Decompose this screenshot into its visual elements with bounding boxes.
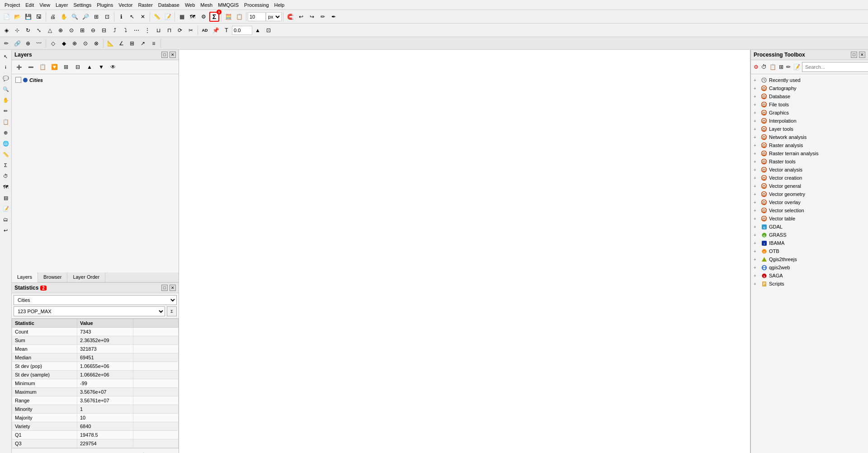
measure-btn[interactable]: 📏 xyxy=(152,12,162,22)
tab-browser[interactable]: Browser xyxy=(38,272,67,282)
pan-btn[interactable]: ✋ xyxy=(59,12,69,22)
label-btn[interactable]: T xyxy=(222,25,231,35)
proc-tree-item[interactable]: +QInterpolation xyxy=(752,117,867,125)
angle-btn[interactable]: ∠ xyxy=(116,38,126,48)
trim-btn[interactable]: ✂ xyxy=(186,25,196,35)
proc-expand-icon[interactable]: + xyxy=(754,127,759,132)
menu-plugins[interactable]: Plugins xyxy=(94,1,116,9)
proc-tree-item[interactable]: +Qgis2threejs xyxy=(752,255,867,263)
zoom-icon[interactable]: 🔍 xyxy=(1,84,11,94)
browser-icon[interactable]: 🗂 xyxy=(1,215,11,224)
proc-expand-icon[interactable]: + xyxy=(754,192,759,197)
reshape-btn[interactable]: ⤴ xyxy=(110,25,120,35)
layer-collapse-btn[interactable]: ⊟ xyxy=(73,62,83,72)
proc-tree-item[interactable]: +Scripts xyxy=(752,280,867,288)
ad-btn[interactable]: AD xyxy=(200,25,210,35)
measure-icon[interactable]: 📏 xyxy=(1,149,11,159)
redo-btn[interactable]: ↪ xyxy=(307,12,317,22)
proc-expand-icon[interactable]: + xyxy=(754,110,759,115)
proc-history-btn[interactable]: ⏱ xyxy=(761,62,767,72)
simplify-btn[interactable]: △ xyxy=(45,25,55,35)
rotate-symbol-btn[interactable]: ⟳ xyxy=(175,25,185,35)
undo-icon[interactable]: ↩ xyxy=(1,225,11,235)
proc-tree-item[interactable]: +QCartography xyxy=(752,84,867,92)
menu-view[interactable]: View xyxy=(37,1,53,9)
proc-expand-icon[interactable]: + xyxy=(754,208,759,213)
proc-expand-icon[interactable]: + xyxy=(754,143,759,148)
midpoint-btn[interactable]: ⊕ xyxy=(70,38,80,48)
proc-expand-icon[interactable]: + xyxy=(754,135,759,140)
digitize-btn[interactable]: ✒ xyxy=(329,12,339,22)
proc-expand-icon[interactable]: + xyxy=(754,249,759,254)
proc-tree-item[interactable]: +QVector table xyxy=(752,215,867,223)
stats-table-wrap[interactable]: Statistic Value Count7343Sum2.36352e+09M… xyxy=(12,319,179,448)
snap2-btn[interactable]: 🔗 xyxy=(12,38,22,48)
delete-ring-btn[interactable]: ⊖ xyxy=(88,25,98,35)
vertex-btn[interactable]: ◇ xyxy=(48,38,58,48)
open-layer-attr-btn[interactable]: 📋 xyxy=(38,62,47,72)
proc-expand-icon[interactable]: + xyxy=(754,159,759,164)
menu-layer[interactable]: Layer xyxy=(53,1,71,9)
cad-btn[interactable]: 📐 xyxy=(105,38,115,48)
centroid-btn[interactable]: ⊙ xyxy=(80,38,90,48)
scale-input[interactable] xyxy=(248,12,266,21)
stats-field-select[interactable]: 123 POP_MAX xyxy=(14,306,165,316)
map-area[interactable] xyxy=(179,50,750,453)
proc-expand-icon[interactable]: + xyxy=(754,94,759,99)
proc-tree-item[interactable]: +QRaster terrain analysis xyxy=(752,149,867,157)
layer-checkbox-cities[interactable] xyxy=(15,77,21,83)
new-project-btn[interactable]: 📄 xyxy=(1,12,11,22)
pin-btn[interactable]: 📌 xyxy=(211,25,221,35)
snap-btn[interactable]: 🧲 xyxy=(285,12,295,22)
decor-icon[interactable]: 🗺 xyxy=(1,182,11,192)
proc-tree-item[interactable]: +QVector geometry xyxy=(752,190,867,198)
proc-tree-item[interactable]: +OOTB xyxy=(752,247,867,255)
proc-expand-icon[interactable]: + xyxy=(754,265,759,270)
proc-tree-item[interactable]: +QRaster tools xyxy=(752,157,867,166)
offset-btn[interactable]: ⤵ xyxy=(121,25,131,35)
layer-icon[interactable]: 📋 xyxy=(1,117,11,127)
deselect-btn[interactable]: ✕ xyxy=(138,12,148,22)
menu-processing[interactable]: Processing xyxy=(241,1,271,9)
pan-icon[interactable]: ✋ xyxy=(1,95,11,105)
trace-btn[interactable]: 〰 xyxy=(34,38,44,48)
bearing-btn[interactable]: ↗ xyxy=(138,38,148,48)
parallel-btn[interactable]: ≡ xyxy=(149,38,159,48)
stats-recalc-btn[interactable]: Σ xyxy=(167,306,177,316)
stats-close-btn[interactable]: ✕ xyxy=(170,285,176,291)
layers-maximize-btn[interactable]: □ xyxy=(161,52,168,58)
tile-btn[interactable]: ▦ xyxy=(177,12,187,22)
proc-expand-icon[interactable]: + xyxy=(754,216,759,221)
identify-icon[interactable]: i xyxy=(1,62,11,72)
proc-expand-icon[interactable]: + xyxy=(754,224,759,229)
show-unplaced-btn[interactable]: ⊡ xyxy=(264,25,274,35)
add-part-btn[interactable]: ⊞ xyxy=(77,25,87,35)
print-btn[interactable]: 🖨 xyxy=(48,12,58,22)
annotate-btn[interactable]: 📝 xyxy=(163,12,173,22)
proc-tree-item[interactable]: +QVector creation xyxy=(752,174,867,182)
proc-tree-item[interactable]: +SSAGA xyxy=(752,272,867,280)
move-down-btn[interactable]: ▼ xyxy=(96,62,106,72)
map-tip-icon[interactable]: 💬 xyxy=(1,73,11,83)
digitize-icon[interactable]: ✏ xyxy=(1,106,11,116)
zoom-layer-btn[interactable]: ⊡ xyxy=(102,12,112,22)
stats-maximize-btn[interactable]: □ xyxy=(161,285,168,291)
fill-ring-btn[interactable]: ⊙ xyxy=(66,25,76,35)
proc-expand-icon[interactable]: + xyxy=(754,281,759,286)
scale-icon[interactable]: 🌐 xyxy=(1,138,11,148)
layer-expand-btn[interactable]: ⊞ xyxy=(61,62,71,72)
menu-mmqgis[interactable]: MMQGIS xyxy=(215,1,241,9)
menu-web[interactable]: Web xyxy=(182,1,198,9)
proc-edit-btn[interactable]: ✏ xyxy=(786,62,791,72)
proc-expand-icon[interactable]: + xyxy=(754,78,759,83)
filter-layer-btn[interactable]: 🔽 xyxy=(49,62,59,72)
scale-feature-btn[interactable]: ⤡ xyxy=(34,25,44,35)
split-btn[interactable]: ⋯ xyxy=(132,25,142,35)
proc-script-btn[interactable]: 📝 xyxy=(793,62,801,72)
menu-edit[interactable]: Edit xyxy=(23,1,37,9)
proc-tree-item[interactable]: +GGDAL xyxy=(752,223,867,231)
menu-database[interactable]: Database xyxy=(156,1,182,9)
settings-btn[interactable]: ⚙ xyxy=(198,12,208,22)
proc-expand-icon[interactable]: + xyxy=(754,273,759,278)
zoom-in-btn[interactable]: 🔍 xyxy=(70,12,80,22)
